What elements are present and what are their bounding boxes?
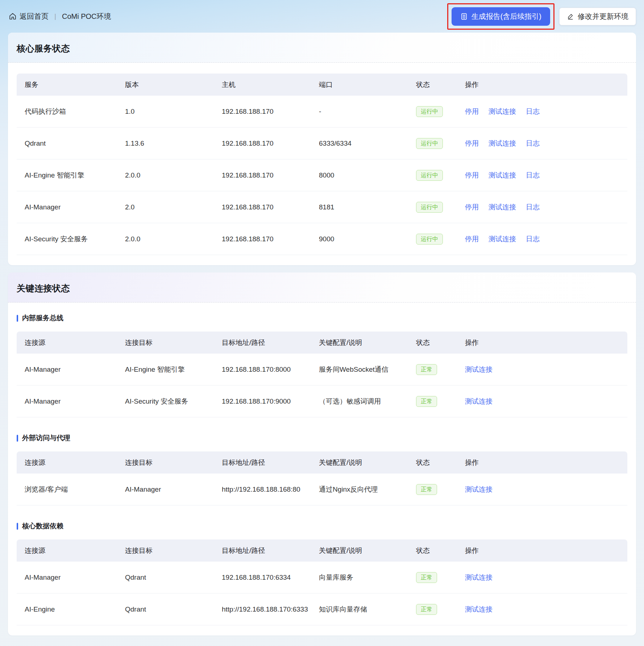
test-connection-link[interactable]: 测试连接: [489, 139, 516, 148]
target-cell: AI-Manager: [117, 485, 214, 493]
host-cell: 192.168.188.170: [214, 235, 311, 243]
version-cell: 2.0.0: [117, 171, 214, 179]
column-header-port: 端口: [311, 80, 408, 89]
column-header-status: 状态: [408, 458, 457, 467]
version-cell: 2.0.0: [117, 235, 214, 243]
status-cell: 正常: [408, 364, 457, 375]
status-cell: 正常: [408, 396, 457, 407]
topbar: 返回首页 | CoMi POC环境 生成报告(含后续指引): [0, 0, 644, 33]
red-annotation-highlight: 生成报告(含后续指引): [447, 3, 554, 30]
source-cell: 浏览器/客户端: [17, 485, 117, 494]
test-connection-link[interactable]: 测试连接: [465, 605, 493, 614]
config-cell: （可选）敏感词调用: [311, 397, 408, 406]
column-header-config: 关键配置/说明: [311, 338, 408, 347]
test-connection-link[interactable]: 测试连接: [489, 203, 516, 212]
key-connections-card-body: 内部服务总线 连接源 连接目标 目标地址/路径 关键配置/说明 状态 操作 AI…: [8, 303, 636, 635]
test-connection-link[interactable]: 测试连接: [465, 573, 493, 582]
status-cell: 运行中: [408, 234, 457, 245]
actions-cell: 停用 测试连接 日志: [457, 171, 627, 180]
test-connection-link[interactable]: 测试连接: [489, 234, 516, 244]
test-connection-link[interactable]: 测试连接: [489, 107, 516, 116]
test-connection-link[interactable]: 测试连接: [489, 171, 516, 180]
stop-link[interactable]: 停用: [465, 203, 479, 212]
update-environment-button[interactable]: 修改并更新环境: [559, 8, 636, 25]
stop-link[interactable]: 停用: [465, 139, 479, 148]
key-connections-card-header: 关键连接状态: [8, 272, 636, 303]
section-name: 外部访问与代理: [22, 433, 70, 443]
service-table-row: AI-Manager 2.0 192.168.188.170 8181 运行中 …: [17, 191, 627, 223]
column-header-address: 目标地址/路径: [214, 338, 311, 347]
column-header-service: 服务: [17, 80, 117, 89]
status-cell: 运行中: [408, 138, 457, 149]
connection-table-row: AI-Engine Qdrant http://192.168.188.170:…: [17, 593, 627, 625]
section-core-data-deps: 核心数据依赖 连接源 连接目标 目标地址/路径 关键配置/说明 状态 操作 AI…: [17, 521, 627, 625]
stop-link[interactable]: 停用: [465, 171, 479, 180]
log-link[interactable]: 日志: [526, 234, 540, 244]
version-cell: 1.0: [117, 108, 214, 116]
log-link[interactable]: 日志: [526, 171, 540, 180]
stop-link[interactable]: 停用: [465, 234, 479, 244]
log-link[interactable]: 日志: [526, 107, 540, 116]
connection-table-row: AI-Manager Qdrant 192.168.188.170:6334 向…: [17, 562, 627, 593]
config-cell: 服务间WebSocket通信: [311, 365, 408, 374]
connection-table-row: AI-Manager AI-Engine 智能引擎 192.168.188.17…: [17, 354, 627, 385]
external-access-rows: 浏览器/客户端 AI-Manager http://192.168.188.16…: [17, 474, 627, 505]
log-link[interactable]: 日志: [526, 139, 540, 148]
column-header-target: 连接目标: [117, 458, 214, 467]
back-home-link[interactable]: 返回首页: [9, 12, 49, 21]
address-cell: 192.168.188.170:6334: [214, 574, 311, 582]
actions-cell: 测试连接: [457, 365, 627, 374]
config-cell: 向量库服务: [311, 573, 408, 582]
log-link[interactable]: 日志: [526, 203, 540, 212]
service-table-row: AI-Security 安全服务 2.0.0 192.168.188.170 9…: [17, 223, 627, 255]
core-services-card-header: 核心服务状态: [8, 33, 636, 63]
external-access-table: 连接源 连接目标 目标地址/路径 关键配置/说明 状态 操作 浏览器/客户端 A…: [17, 451, 627, 505]
services-table: 服务 版本 主机 端口 状态 操作 代码执行沙箱 1.0 192.168.188…: [17, 74, 627, 255]
status-cell: 正常: [408, 604, 457, 615]
config-cell: 通过Nginx反向代理: [311, 485, 408, 494]
service-name-cell: 代码执行沙箱: [17, 107, 117, 116]
connection-table-row: 浏览器/客户端 AI-Manager http://192.168.188.16…: [17, 474, 627, 505]
version-cell: 1.13.6: [117, 139, 214, 147]
section-name: 核心数据依赖: [22, 521, 63, 531]
column-header-actions: 操作: [457, 80, 627, 89]
actions-cell: 停用 测试连接 日志: [457, 234, 627, 244]
host-cell: 192.168.188.170: [214, 171, 311, 179]
column-header-config: 关键配置/说明: [311, 458, 408, 467]
status-cell: 正常: [408, 572, 457, 583]
generate-report-label: 生成报告(含后续指引): [471, 12, 541, 21]
edit-pencil-icon: [567, 13, 574, 20]
address-cell: http://192.168.188.170:6333: [214, 605, 311, 613]
test-connection-link[interactable]: 测试连接: [465, 485, 493, 494]
update-environment-label: 修改并更新环境: [578, 12, 628, 21]
target-cell: AI-Engine 智能引擎: [117, 365, 214, 374]
port-cell: -: [311, 108, 408, 116]
section-bar: [17, 315, 18, 322]
service-table-row: AI-Engine 智能引擎 2.0.0 192.168.188.170 800…: [17, 159, 627, 191]
core-data-deps-table: 连接源 连接目标 目标地址/路径 关键配置/说明 状态 操作 AI-Manage…: [17, 539, 627, 625]
column-header-actions: 操作: [457, 546, 627, 555]
column-header-address: 目标地址/路径: [214, 546, 311, 555]
stop-link[interactable]: 停用: [465, 107, 479, 116]
status-badge: 正常: [416, 396, 437, 407]
actions-cell: 测试连接: [457, 397, 627, 406]
test-connection-link[interactable]: 测试连接: [465, 365, 493, 374]
column-header-config: 关键配置/说明: [311, 546, 408, 555]
column-header-status: 状态: [408, 546, 457, 555]
source-cell: AI-Engine: [17, 605, 117, 613]
status-cell: 正常: [408, 484, 457, 495]
source-cell: AI-Manager: [17, 397, 117, 405]
status-badge: 正常: [416, 604, 437, 615]
status-badge: 运行中: [416, 138, 443, 149]
key-connections-card: 关键连接状态 内部服务总线 连接源 连接目标 目标地址/路径 关键配置/说明 状…: [8, 272, 636, 635]
actions-cell: 测试连接: [457, 485, 627, 494]
test-connection-link[interactable]: 测试连接: [465, 397, 493, 406]
status-badge: 运行中: [416, 202, 443, 213]
actions-cell: 测试连接: [457, 573, 627, 582]
status-cell: 运行中: [408, 106, 457, 117]
generate-report-button[interactable]: 生成报告(含后续指引): [452, 7, 550, 26]
port-cell: 6333/6334: [311, 139, 408, 147]
host-cell: 192.168.188.170: [214, 139, 311, 147]
column-header-actions: 操作: [457, 338, 627, 347]
actions-cell: 停用 测试连接 日志: [457, 139, 627, 148]
